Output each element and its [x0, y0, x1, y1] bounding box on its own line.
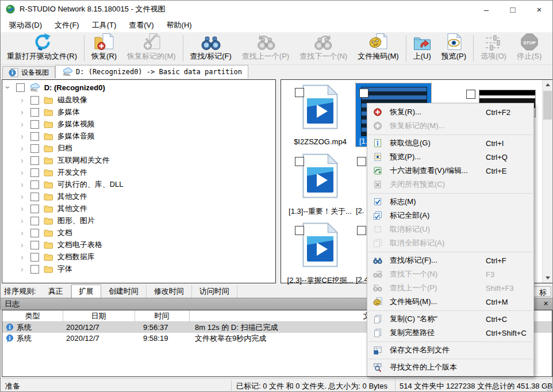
menu-unmark[interactable]: 取消标记(U): [367, 222, 533, 236]
title-bar[interactable]: R-STUDIO Network 8.15.180015 - 文件视图 – □ …: [1, 1, 552, 18]
reopen-drive-button[interactable]: 重新打开驱动文件(R): [2, 32, 82, 64]
menu-drives[interactable]: 驱动器(D): [3, 18, 48, 32]
menu-find-previous[interactable]: 查找上一个(P)Shift+F3: [367, 281, 533, 295]
recover-marked-button[interactable]: 恢复标记的(M): [122, 32, 181, 64]
sort-tab-access-time[interactable]: 访问时间: [192, 285, 237, 298]
menu-file-mask[interactable]: 文件掩码(M)...Ctrl+M: [367, 295, 533, 309]
file-item[interactable]: [2.3]--掌握CE挖掘...: [286, 221, 355, 286]
tree-item[interactable]: ›多媒体: [2, 106, 80, 118]
chevron-right-icon[interactable]: ›: [21, 120, 24, 128]
tree-item[interactable]: ›图形、图片: [2, 215, 95, 226]
menu-help[interactable]: 帮助(H): [160, 18, 198, 32]
tree-item[interactable]: ›字体: [2, 263, 72, 275]
chevron-right-icon[interactable]: ›: [21, 265, 24, 273]
tree-item[interactable]: ›文档电子表格: [2, 239, 102, 251]
file-checkbox[interactable]: [359, 89, 368, 98]
menu-preview[interactable]: 预览(P)...Ctrl+Q: [367, 150, 533, 164]
chevron-right-icon[interactable]: ›: [21, 253, 24, 261]
chevron-right-icon[interactable]: ›: [21, 229, 24, 237]
tree-item[interactable]: ›开发文件: [2, 167, 87, 178]
file-checkbox[interactable]: [295, 157, 304, 166]
chevron-right-icon[interactable]: ›: [21, 205, 24, 213]
file-checkbox[interactable]: [357, 226, 366, 235]
menu-find-mark[interactable]: 查找/标记(F)...Ctrl+F: [367, 253, 533, 267]
tree-item[interactable]: ›可执行的、库、DLL: [2, 179, 124, 190]
stop-button[interactable]: STOP 停止(S): [512, 32, 547, 64]
tree-item-checkbox[interactable]: [30, 253, 39, 262]
tree-item-checkbox[interactable]: [30, 108, 39, 117]
sort-tab-real[interactable]: 真正: [41, 285, 71, 298]
menu-file[interactable]: 文件(F): [48, 18, 86, 32]
menu-hex-view[interactable]: 十六进制查看(V)/编辑...Ctrl+E: [367, 164, 533, 178]
tree-root-checkbox[interactable]: [16, 83, 25, 92]
menu-mark[interactable]: 标志(M): [367, 195, 533, 209]
chevron-down-icon[interactable]: ›: [4, 86, 12, 89]
chevron-right-icon[interactable]: ›: [21, 96, 24, 104]
options-button[interactable]: 选项(O): [475, 32, 512, 64]
tab-device-view[interactable]: 设备视图: [2, 66, 55, 78]
log-col-type[interactable]: 类型: [2, 310, 63, 322]
maximize-button[interactable]: □: [500, 1, 526, 18]
tree-item-checkbox[interactable]: [30, 180, 39, 189]
menu-recover-marked[interactable]: 恢复标记的(M)...: [367, 119, 533, 133]
tree-item-checkbox[interactable]: [30, 229, 39, 237]
menu-get-info[interactable]: 获取信息(G)Ctrl+I: [367, 136, 533, 150]
tree-item[interactable]: ›文档数据库: [2, 251, 95, 263]
scroll-up-icon[interactable]: [543, 80, 552, 90]
file-checkbox[interactable]: [466, 90, 475, 99]
chevron-right-icon[interactable]: ›: [21, 168, 24, 176]
menu-find-next[interactable]: 查找下一个(N)F3: [367, 267, 533, 281]
tree-item-checkbox[interactable]: [30, 156, 39, 165]
resize-grip[interactable]: [544, 385, 551, 391]
menu-copy-full-path[interactable]: 复制完整路径Ctrl+Shift+C: [367, 326, 533, 340]
log-close-icon[interactable]: ×: [543, 298, 548, 309]
find-previous-button[interactable]: 查找上一个(P): [237, 32, 294, 64]
tree-item-checkbox[interactable]: [30, 144, 39, 153]
chevron-right-icon[interactable]: ›: [21, 132, 24, 140]
file-view-scrollbar[interactable]: [542, 80, 552, 283]
tree-item-checkbox[interactable]: [30, 96, 39, 105]
tree-item[interactable]: ›多媒体视频: [2, 118, 95, 130]
chevron-right-icon[interactable]: ›: [21, 108, 24, 116]
preview-button[interactable]: 预览(P): [436, 32, 471, 64]
file-checkbox[interactable]: [295, 226, 304, 235]
chevron-right-icon[interactable]: ›: [21, 241, 24, 249]
menu-close-all-previews[interactable]: 关闭所有预览(C): [367, 178, 533, 191]
tree-item-checkbox[interactable]: [30, 217, 39, 225]
menu-find-previous-versions[interactable]: 寻找文件的上个版本: [367, 360, 533, 374]
menu-recover[interactable]: 恢复(R)...Ctrl+F2: [367, 105, 533, 119]
file-item[interactable]: $I2ZSZOG.mp4: [286, 83, 355, 148]
tree-item[interactable]: ›多媒体音频: [2, 130, 95, 142]
chevron-right-icon[interactable]: ›: [21, 180, 24, 189]
tree-item-checkbox[interactable]: [30, 241, 39, 249]
tree-item-checkbox[interactable]: [30, 120, 39, 129]
log-col-time[interactable]: 时间: [135, 310, 189, 322]
file-mask-button[interactable]: 文件掩码(M): [352, 32, 404, 64]
tree-item[interactable]: ›文档: [2, 227, 72, 239]
file-checkbox[interactable]: [295, 88, 304, 97]
tree-item-checkbox[interactable]: [30, 132, 39, 141]
scroll-down-icon[interactable]: [543, 273, 552, 283]
minimize-button[interactable]: –: [473, 1, 500, 18]
tree-item-checkbox[interactable]: [30, 168, 39, 177]
menu-save-file-names[interactable]: 保存文件名到文件: [367, 343, 533, 357]
tree-item[interactable]: ›磁盘映像: [2, 94, 87, 106]
tree-item-checkbox[interactable]: [30, 205, 39, 213]
file-item[interactable]: [1.3]--重要！关于...: [286, 152, 355, 217]
tab-partition-file-view[interactable]: Rec. D: (Recognized0) -> Basic data part…: [55, 65, 248, 78]
menu-copy-name[interactable]: 复制(C) "名称"Ctrl+C: [367, 312, 533, 326]
sort-tab-modified-time[interactable]: 修改时间: [147, 285, 192, 298]
menu-mark-all[interactable]: 标记全部(A): [367, 209, 533, 222]
tree-item[interactable]: ›其他文件: [2, 203, 87, 214]
scrollbar-thumb[interactable]: [543, 91, 552, 120]
find-next-button[interactable]: 查找下一个(N): [294, 32, 352, 64]
menu-view[interactable]: 查看(V): [122, 18, 160, 32]
tree-item[interactable]: ›归档: [2, 143, 72, 154]
menu-unmark-all[interactable]: 取消全部标记(A): [367, 236, 533, 250]
tree-root-row[interactable]: › Rec. D: (Recognized0): [2, 82, 105, 93]
chevron-right-icon[interactable]: ›: [21, 156, 24, 164]
find-mark-button[interactable]: 查找/标记(F): [185, 32, 237, 64]
tree-item[interactable]: ›互联网相关文件: [2, 155, 110, 166]
sort-tab-extension[interactable]: 扩展: [71, 285, 101, 298]
close-button[interactable]: ×: [526, 1, 552, 18]
